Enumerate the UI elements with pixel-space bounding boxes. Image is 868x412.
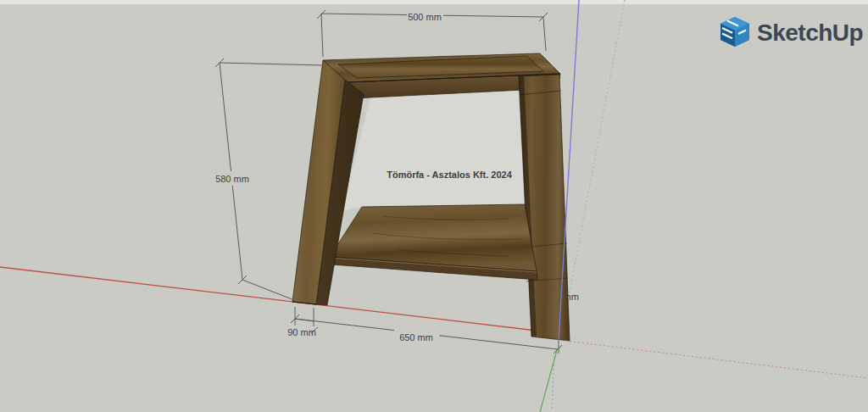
dimension-label-foot-width[interactable]: 90 mm xyxy=(287,327,316,337)
window-top-edge xyxy=(0,0,868,4)
dimension-label-base-width[interactable]: 650 mm xyxy=(399,332,433,342)
sketchup-3d-viewport[interactable]: 600 mm Tömörfa - Asztalos Kft. 2024 xyxy=(0,0,868,412)
model-watermark-text: Tömörfa - Asztalos Kft. 2024 xyxy=(387,170,512,180)
sketchup-logo-text: SketchUp xyxy=(757,19,863,46)
dimension-label-top-width[interactable]: 500 mm xyxy=(408,12,442,22)
table-opening-background xyxy=(342,90,525,211)
dimension-label-height[interactable]: 580 mm xyxy=(215,174,249,184)
viewport-canvas[interactable]: 600 mm Tömörfa - Asztalos Kft. 2024 xyxy=(0,0,868,412)
sketchup-logo: SketchUp xyxy=(721,17,863,47)
